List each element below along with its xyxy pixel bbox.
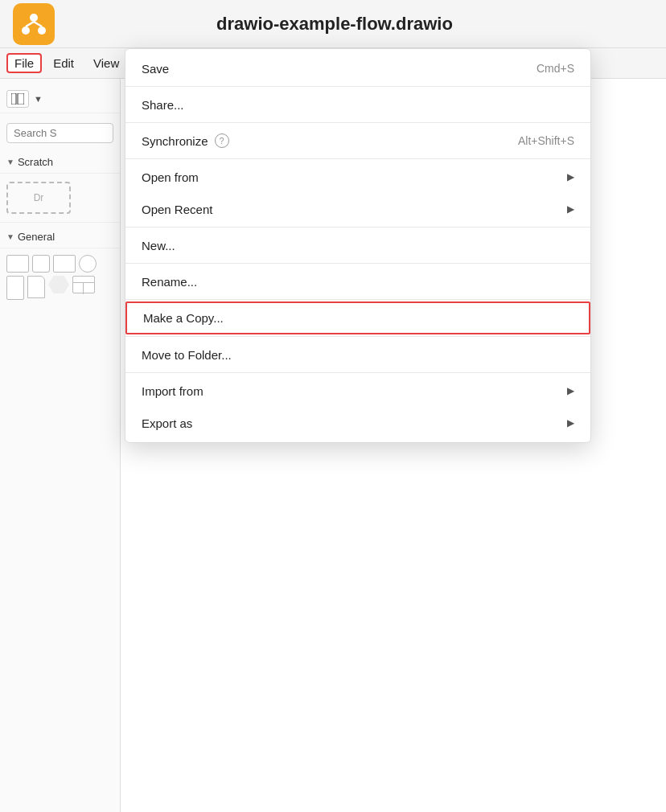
- shape-rectangle3[interactable]: [53, 255, 76, 273]
- menu-import-from[interactable]: Import from ▶: [125, 375, 590, 407]
- file-dropdown-menu: Save Cmd+S Share... Synchronize ? Alt+Sh…: [125, 48, 591, 443]
- dropdown-arrow-icon[interactable]: ▼: [34, 94, 43, 104]
- scratch-label: Scratch: [18, 156, 53, 168]
- menu-item-file[interactable]: File: [6, 53, 42, 73]
- scratch-placeholder-shape: Dr: [6, 182, 71, 214]
- svg-rect-6: [18, 93, 24, 105]
- shape-tall-rect[interactable]: [6, 276, 24, 300]
- menu-save[interactable]: Save Cmd+S: [125, 52, 590, 84]
- svg-rect-5: [11, 93, 16, 105]
- svg-point-0: [30, 14, 38, 22]
- divider-after-sync: [125, 158, 590, 159]
- title-bar: drawio-example-flow.drawio: [0, 0, 666, 48]
- general-label: General: [18, 231, 55, 243]
- menu-item-edit[interactable]: Edit: [45, 53, 82, 73]
- sidebar-section-scratch[interactable]: ▼ Scratch: [0, 151, 120, 174]
- menu-move-to-folder[interactable]: Move to Folder...: [125, 338, 590, 371]
- divider-after-save: [125, 86, 590, 87]
- search-input[interactable]: [6, 123, 113, 143]
- divider-after-rename: [125, 299, 590, 300]
- svg-line-3: [26, 22, 34, 27]
- menu-open-from[interactable]: Open from ▶: [125, 161, 590, 193]
- divider-after-move-to-folder: [125, 372, 590, 373]
- menu-make-a-copy[interactable]: Make a Copy...: [125, 301, 590, 334]
- shape-table[interactable]: [72, 276, 95, 293]
- svg-line-4: [34, 22, 42, 27]
- export-as-arrow: ▶: [567, 417, 574, 429]
- menu-new[interactable]: New...: [125, 229, 590, 261]
- import-from-arrow: ▶: [567, 385, 574, 396]
- synchronize-help-icon[interactable]: ?: [215, 133, 229, 148]
- menu-rename[interactable]: Rename...: [125, 265, 590, 297]
- svg-point-1: [22, 27, 30, 35]
- shape-doc[interactable]: [27, 276, 45, 298]
- menu-open-recent[interactable]: Open Recent ▶: [125, 193, 590, 225]
- chevron-down-icon-general: ▼: [6, 232, 14, 241]
- menu-share[interactable]: Share...: [125, 88, 590, 121]
- app-logo: [13, 3, 55, 45]
- menu-synchronize[interactable]: Synchronize ? Alt+Shift+S: [125, 125, 590, 157]
- scratch-area: Dr: [0, 174, 120, 223]
- app-title: drawio-example-flow.drawio: [64, 14, 605, 35]
- general-shapes: [0, 248, 120, 306]
- menu-item-view[interactable]: View: [85, 53, 127, 73]
- menu-export-as[interactable]: Export as ▶: [125, 407, 590, 439]
- shape-circle[interactable]: [79, 255, 97, 273]
- svg-point-2: [38, 27, 46, 35]
- shape-hexagon[interactable]: [48, 276, 69, 293]
- sidebar-section-general[interactable]: ▼ General: [0, 226, 120, 248]
- divider-after-new: [125, 263, 590, 264]
- chevron-down-icon: ▼: [6, 158, 14, 166]
- sidebar-toolbar: ▼: [0, 85, 120, 113]
- panel-layout-icon[interactable]: [6, 90, 29, 108]
- open-from-arrow: ▶: [567, 171, 574, 182]
- shape-rectangle2[interactable]: [32, 255, 50, 273]
- divider-after-share: [125, 122, 590, 123]
- open-recent-arrow: ▶: [567, 203, 574, 215]
- shape-grid: [6, 255, 113, 300]
- divider-after-open-recent: [125, 227, 590, 228]
- shape-rectangle[interactable]: [6, 255, 29, 273]
- sidebar: ▼ ▼ Scratch Dr ▼ General: [0, 79, 121, 812]
- divider-after-make-copy: [125, 336, 590, 337]
